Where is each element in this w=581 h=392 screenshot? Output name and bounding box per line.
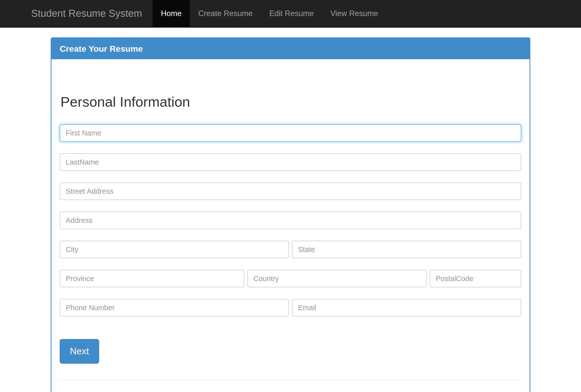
phone-number-input[interactable]: [60, 299, 289, 316]
postal-code-input[interactable]: [430, 270, 521, 287]
panel-footer-divider: [60, 380, 521, 380]
nav-item-edit-resume[interactable]: Edit Resume: [261, 0, 322, 27]
address-input[interactable]: [60, 212, 521, 229]
next-button[interactable]: Next: [60, 339, 99, 364]
nav-item-create-resume[interactable]: Create Resume: [190, 0, 261, 27]
province-input[interactable]: [60, 270, 244, 287]
nav-menu: Home Create Resume Edit Resume View Resu…: [153, 0, 386, 27]
last-name-input[interactable]: [60, 153, 521, 171]
state-input[interactable]: [292, 241, 521, 258]
section-heading-personal-information: Personal Information: [60, 94, 521, 110]
brand-link[interactable]: Student Resume System: [31, 0, 142, 27]
top-navbar: Student Resume System Home Create Resume…: [0, 0, 581, 28]
nav-item-home[interactable]: Home: [153, 0, 190, 27]
personal-information-form: Next: [60, 124, 521, 364]
street-address-input[interactable]: [60, 182, 521, 200]
panel-title: Create Your Resume: [51, 38, 530, 59]
email-input[interactable]: [292, 299, 521, 316]
city-input[interactable]: [60, 241, 289, 258]
nav-item-view-resume[interactable]: View Resume: [322, 0, 387, 27]
panel-body: Personal Information: [51, 94, 530, 392]
first-name-input[interactable]: [60, 124, 521, 142]
create-resume-panel: Create Your Resume Personal Information: [51, 37, 530, 392]
country-input[interactable]: [247, 270, 427, 287]
